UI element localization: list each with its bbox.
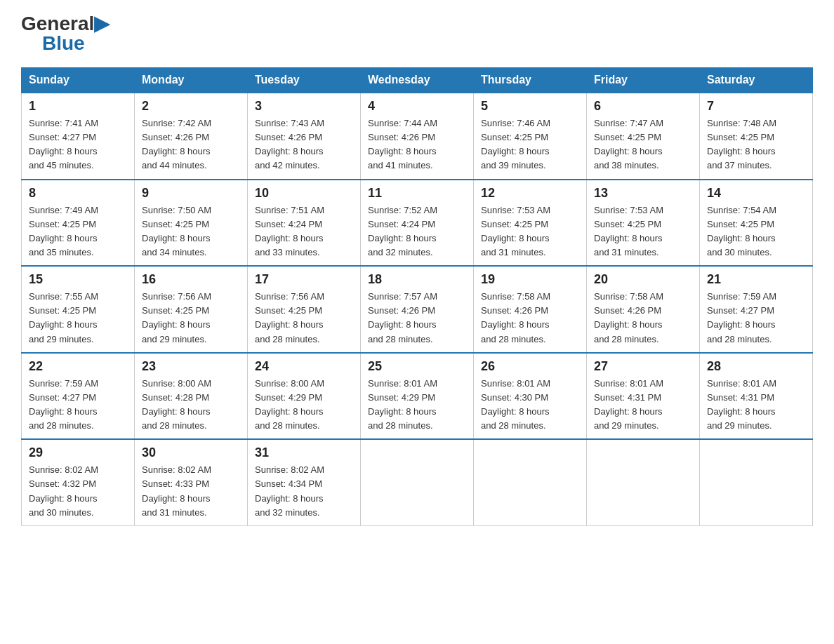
calendar-week-row: 29 Sunrise: 8:02 AMSunset: 4:32 PMDaylig… xyxy=(22,439,813,525)
calendar-cell: 23 Sunrise: 8:00 AMSunset: 4:28 PMDaylig… xyxy=(135,353,248,440)
calendar-cell: 20 Sunrise: 7:58 AMSunset: 4:26 PMDaylig… xyxy=(587,266,700,353)
day-info: Sunrise: 7:55 AMSunset: 4:25 PMDaylight:… xyxy=(29,291,98,344)
day-info: Sunrise: 7:49 AMSunset: 4:25 PMDaylight:… xyxy=(29,205,98,257)
day-number: 15 xyxy=(29,272,127,287)
calendar-cell: 25 Sunrise: 8:01 AMSunset: 4:29 PMDaylig… xyxy=(361,353,474,440)
day-info: Sunrise: 7:51 AMSunset: 4:24 PMDaylight:… xyxy=(255,205,324,257)
day-info: Sunrise: 7:42 AMSunset: 4:26 PMDaylight:… xyxy=(142,118,211,170)
col-header-tuesday: Tuesday xyxy=(248,68,361,93)
day-number: 10 xyxy=(255,186,353,201)
day-info: Sunrise: 7:53 AMSunset: 4:25 PMDaylight:… xyxy=(594,205,663,257)
day-number: 9 xyxy=(142,186,240,201)
day-info: Sunrise: 7:46 AMSunset: 4:25 PMDaylight:… xyxy=(481,118,550,170)
calendar-cell: 19 Sunrise: 7:58 AMSunset: 4:26 PMDaylig… xyxy=(474,266,587,353)
calendar-week-row: 8 Sunrise: 7:49 AMSunset: 4:25 PMDayligh… xyxy=(22,180,813,267)
calendar-cell: 9 Sunrise: 7:50 AMSunset: 4:25 PMDayligh… xyxy=(135,180,248,267)
day-number: 13 xyxy=(594,186,692,201)
calendar-cell: 29 Sunrise: 8:02 AMSunset: 4:32 PMDaylig… xyxy=(22,439,135,525)
day-info: Sunrise: 7:47 AMSunset: 4:25 PMDaylight:… xyxy=(594,118,663,170)
calendar-cell: 6 Sunrise: 7:47 AMSunset: 4:25 PMDayligh… xyxy=(587,93,700,180)
calendar-cell: 10 Sunrise: 7:51 AMSunset: 4:24 PMDaylig… xyxy=(248,180,361,267)
calendar-cell: 2 Sunrise: 7:42 AMSunset: 4:26 PMDayligh… xyxy=(135,93,248,180)
day-info: Sunrise: 7:48 AMSunset: 4:25 PMDaylight:… xyxy=(707,118,776,170)
day-info: Sunrise: 8:02 AMSunset: 4:33 PMDaylight:… xyxy=(142,464,211,517)
calendar-cell: 27 Sunrise: 8:01 AMSunset: 4:31 PMDaylig… xyxy=(587,353,700,440)
calendar-cell xyxy=(700,439,813,525)
day-number: 29 xyxy=(29,445,127,460)
day-number: 8 xyxy=(29,186,127,201)
day-number: 18 xyxy=(368,272,466,287)
day-number: 4 xyxy=(368,99,466,114)
day-info: Sunrise: 7:43 AMSunset: 4:26 PMDaylight:… xyxy=(255,118,324,170)
col-header-wednesday: Wednesday xyxy=(361,68,474,93)
day-number: 7 xyxy=(707,99,805,114)
day-number: 12 xyxy=(481,186,579,201)
col-header-thursday: Thursday xyxy=(474,68,587,93)
calendar-cell xyxy=(587,439,700,525)
calendar-cell: 12 Sunrise: 7:53 AMSunset: 4:25 PMDaylig… xyxy=(474,180,587,267)
page-header: General▶ Blue xyxy=(21,14,813,53)
calendar-cell: 26 Sunrise: 8:01 AMSunset: 4:30 PMDaylig… xyxy=(474,353,587,440)
day-info: Sunrise: 8:02 AMSunset: 4:34 PMDaylight:… xyxy=(255,464,324,517)
calendar-cell xyxy=(474,439,587,525)
col-header-sunday: Sunday xyxy=(22,68,135,93)
day-info: Sunrise: 7:54 AMSunset: 4:25 PMDaylight:… xyxy=(707,205,776,257)
day-info: Sunrise: 8:00 AMSunset: 4:28 PMDaylight:… xyxy=(142,378,211,431)
day-info: Sunrise: 8:01 AMSunset: 4:31 PMDaylight:… xyxy=(594,378,663,431)
day-number: 6 xyxy=(594,99,692,114)
day-info: Sunrise: 7:59 AMSunset: 4:27 PMDaylight:… xyxy=(29,378,98,431)
calendar-cell: 3 Sunrise: 7:43 AMSunset: 4:26 PMDayligh… xyxy=(248,93,361,180)
day-number: 11 xyxy=(368,186,466,201)
calendar-week-row: 15 Sunrise: 7:55 AMSunset: 4:25 PMDaylig… xyxy=(22,266,813,353)
col-header-monday: Monday xyxy=(135,68,248,93)
day-number: 3 xyxy=(255,99,353,114)
day-info: Sunrise: 7:41 AMSunset: 4:27 PMDaylight:… xyxy=(29,118,98,170)
logo: General▶ Blue xyxy=(21,14,110,53)
day-number: 21 xyxy=(707,272,805,287)
calendar-cell: 14 Sunrise: 7:54 AMSunset: 4:25 PMDaylig… xyxy=(700,180,813,267)
day-info: Sunrise: 7:56 AMSunset: 4:25 PMDaylight:… xyxy=(255,291,324,344)
logo-general-text: General▶ xyxy=(21,14,110,34)
day-info: Sunrise: 8:01 AMSunset: 4:30 PMDaylight:… xyxy=(481,378,550,431)
calendar-cell: 17 Sunrise: 7:56 AMSunset: 4:25 PMDaylig… xyxy=(248,266,361,353)
calendar-cell: 22 Sunrise: 7:59 AMSunset: 4:27 PMDaylig… xyxy=(22,353,135,440)
calendar-cell: 7 Sunrise: 7:48 AMSunset: 4:25 PMDayligh… xyxy=(700,93,813,180)
calendar-cell: 31 Sunrise: 8:02 AMSunset: 4:34 PMDaylig… xyxy=(248,439,361,525)
day-number: 17 xyxy=(255,272,353,287)
calendar-cell: 30 Sunrise: 8:02 AMSunset: 4:33 PMDaylig… xyxy=(135,439,248,525)
day-number: 19 xyxy=(481,272,579,287)
col-header-saturday: Saturday xyxy=(700,68,813,93)
day-info: Sunrise: 7:52 AMSunset: 4:24 PMDaylight:… xyxy=(368,205,437,257)
day-number: 27 xyxy=(594,359,692,374)
calendar-cell: 28 Sunrise: 8:01 AMSunset: 4:31 PMDaylig… xyxy=(700,353,813,440)
day-info: Sunrise: 7:53 AMSunset: 4:25 PMDaylight:… xyxy=(481,205,550,257)
calendar-cell: 11 Sunrise: 7:52 AMSunset: 4:24 PMDaylig… xyxy=(361,180,474,267)
day-number: 28 xyxy=(707,359,805,374)
day-info: Sunrise: 7:58 AMSunset: 4:26 PMDaylight:… xyxy=(481,291,550,344)
calendar-cell: 16 Sunrise: 7:56 AMSunset: 4:25 PMDaylig… xyxy=(135,266,248,353)
day-info: Sunrise: 7:56 AMSunset: 4:25 PMDaylight:… xyxy=(142,291,211,344)
calendar-week-row: 1 Sunrise: 7:41 AMSunset: 4:27 PMDayligh… xyxy=(22,93,813,180)
calendar-cell: 1 Sunrise: 7:41 AMSunset: 4:27 PMDayligh… xyxy=(22,93,135,180)
logo-blue-text: Blue xyxy=(42,34,85,53)
day-number: 2 xyxy=(142,99,240,114)
day-number: 25 xyxy=(368,359,466,374)
day-info: Sunrise: 8:00 AMSunset: 4:29 PMDaylight:… xyxy=(255,378,324,431)
calendar-cell: 5 Sunrise: 7:46 AMSunset: 4:25 PMDayligh… xyxy=(474,93,587,180)
calendar-table: SundayMondayTuesdayWednesdayThursdayFrid… xyxy=(21,67,813,526)
calendar-cell xyxy=(361,439,474,525)
day-info: Sunrise: 7:44 AMSunset: 4:26 PMDaylight:… xyxy=(368,118,437,170)
calendar-cell: 18 Sunrise: 7:57 AMSunset: 4:26 PMDaylig… xyxy=(361,266,474,353)
day-info: Sunrise: 8:01 AMSunset: 4:31 PMDaylight:… xyxy=(707,378,776,431)
calendar-cell: 21 Sunrise: 7:59 AMSunset: 4:27 PMDaylig… xyxy=(700,266,813,353)
calendar-week-row: 22 Sunrise: 7:59 AMSunset: 4:27 PMDaylig… xyxy=(22,353,813,440)
day-number: 1 xyxy=(29,99,127,114)
day-number: 30 xyxy=(142,445,240,460)
day-number: 23 xyxy=(142,359,240,374)
day-number: 26 xyxy=(481,359,579,374)
day-number: 22 xyxy=(29,359,127,374)
day-info: Sunrise: 7:59 AMSunset: 4:27 PMDaylight:… xyxy=(707,291,776,344)
day-number: 20 xyxy=(594,272,692,287)
day-number: 24 xyxy=(255,359,353,374)
calendar-cell: 4 Sunrise: 7:44 AMSunset: 4:26 PMDayligh… xyxy=(361,93,474,180)
